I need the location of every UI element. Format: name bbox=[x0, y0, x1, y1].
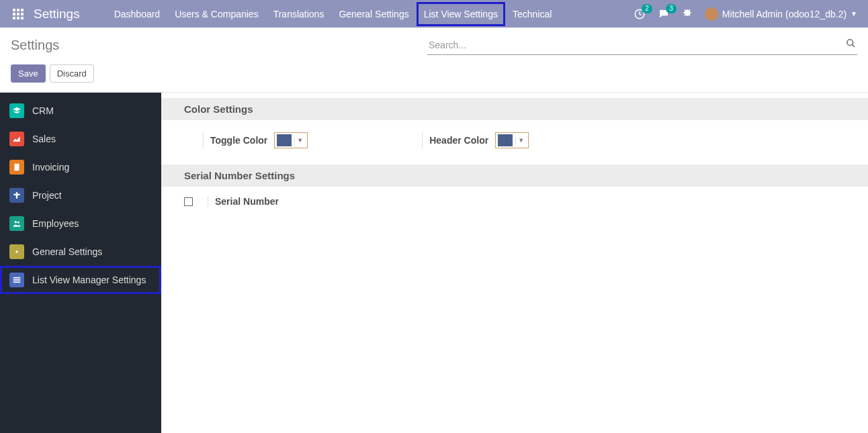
messages-badge: 3 bbox=[666, 4, 677, 13]
sidebar-item-project[interactable]: Project bbox=[0, 181, 161, 209]
sidebar-item-invoicing[interactable]: Invoicing bbox=[0, 153, 161, 181]
sidebar-item-general-settings[interactable]: General Settings bbox=[0, 238, 161, 266]
toggle-color-swatch bbox=[277, 134, 292, 146]
search-icon[interactable] bbox=[846, 38, 856, 50]
svg-rect-18 bbox=[13, 281, 21, 283]
body-layout: CRM Sales Invoicing Project Employees Ge… bbox=[0, 93, 868, 433]
section-header-color-settings: Color Settings bbox=[161, 98, 868, 120]
page-title: Settings bbox=[11, 38, 59, 53]
header-color-swatch bbox=[498, 134, 513, 146]
header-color-field: Header Color ▼ bbox=[422, 132, 529, 148]
menu-technical[interactable]: Technical bbox=[505, 2, 559, 26]
header-color-label: Header Color bbox=[429, 135, 488, 146]
menu-translations[interactable]: Translations bbox=[266, 2, 332, 26]
save-button[interactable]: Save bbox=[11, 64, 46, 83]
sidebar-item-label: List View Manager Settings bbox=[32, 275, 146, 285]
crm-icon bbox=[9, 103, 24, 118]
apps-launcher-icon[interactable] bbox=[11, 7, 26, 21]
debug-icon[interactable] bbox=[682, 7, 693, 20]
settings-content: Color Settings Toggle Color ▼ Header Col… bbox=[161, 93, 868, 433]
sidebar-item-label: Invoicing bbox=[32, 162, 69, 173]
top-navbar: Settings Dashboard Users & Companies Tra… bbox=[0, 0, 868, 28]
user-menu[interactable]: Mitchell Admin (odoo12_db.2) ▼ bbox=[705, 7, 857, 21]
section-header-serial-number: Serial Number Settings bbox=[161, 164, 868, 187]
sidebar-item-list-view-manager[interactable]: List View Manager Settings bbox=[0, 266, 161, 294]
serial-number-label: Serial Number bbox=[215, 196, 279, 207]
svg-rect-2 bbox=[21, 9, 24, 11]
menu-general-settings[interactable]: General Settings bbox=[331, 2, 416, 26]
user-name-label: Mitchell Admin (odoo12_db.2) bbox=[722, 9, 847, 19]
sidebar-item-label: Sales bbox=[32, 134, 56, 144]
sidebar-item-label: General Settings bbox=[32, 246, 102, 257]
navbar-menu: Dashboard Users & Companies Translations… bbox=[107, 2, 560, 26]
settings-sidebar: CRM Sales Invoicing Project Employees Ge… bbox=[0, 93, 161, 433]
search-container bbox=[427, 36, 857, 55]
sales-icon bbox=[9, 132, 24, 146]
sidebar-item-label: Employees bbox=[32, 218, 79, 229]
menu-users-companies[interactable]: Users & Companies bbox=[167, 2, 266, 26]
svg-rect-4 bbox=[17, 13, 19, 15]
search-input[interactable] bbox=[427, 36, 857, 55]
sidebar-item-employees[interactable]: Employees bbox=[0, 209, 161, 238]
sidebar-item-label: Project bbox=[32, 190, 62, 201]
svg-point-15 bbox=[15, 250, 18, 253]
serial-number-checkbox[interactable] bbox=[184, 197, 193, 206]
svg-rect-1 bbox=[17, 9, 19, 11]
color-settings-body: Toggle Color ▼ Header Color ▼ bbox=[161, 120, 868, 164]
toggle-color-field: Toggle Color ▼ bbox=[203, 132, 308, 148]
menu-dashboard[interactable]: Dashboard bbox=[107, 2, 168, 26]
dropdown-caret-icon: ▼ bbox=[294, 137, 305, 144]
project-icon bbox=[9, 188, 24, 203]
control-panel-buttons: Save Discard bbox=[11, 64, 94, 83]
discard-button[interactable]: Discard bbox=[50, 64, 94, 83]
svg-point-14 bbox=[17, 222, 19, 224]
svg-rect-3 bbox=[13, 13, 15, 15]
dropdown-caret-icon: ▼ bbox=[515, 137, 526, 144]
svg-point-13 bbox=[15, 221, 17, 224]
svg-rect-17 bbox=[13, 279, 21, 281]
messages-icon[interactable]: 3 bbox=[658, 8, 670, 20]
svg-point-10 bbox=[847, 40, 853, 46]
svg-rect-7 bbox=[17, 17, 19, 19]
caret-down-icon: ▼ bbox=[851, 10, 857, 17]
user-avatar-icon bbox=[705, 7, 718, 21]
list-view-icon bbox=[9, 273, 24, 287]
control-panel: Settings Save Discard bbox=[0, 28, 868, 93]
svg-rect-8 bbox=[21, 17, 24, 19]
app-brand-title: Settings bbox=[34, 7, 80, 21]
menu-list-view-settings[interactable]: List View Settings bbox=[417, 2, 505, 26]
svg-rect-12 bbox=[15, 164, 19, 171]
svg-rect-0 bbox=[13, 9, 15, 11]
svg-line-11 bbox=[853, 45, 855, 47]
svg-rect-5 bbox=[21, 13, 24, 15]
serial-number-body: Serial Number bbox=[161, 187, 868, 223]
gear-icon bbox=[9, 244, 24, 259]
activities-badge: 2 bbox=[642, 4, 652, 13]
toggle-color-picker[interactable]: ▼ bbox=[274, 132, 308, 148]
svg-rect-16 bbox=[13, 277, 21, 279]
svg-rect-6 bbox=[13, 17, 15, 19]
sidebar-item-label: CRM bbox=[32, 105, 54, 116]
invoicing-icon bbox=[9, 160, 24, 175]
activities-icon[interactable]: 2 bbox=[634, 8, 646, 20]
toggle-color-label: Toggle Color bbox=[210, 135, 267, 146]
employees-icon bbox=[9, 216, 24, 231]
navbar-right: 2 3 Mitchell Admin (odoo12_db.2) ▼ bbox=[634, 7, 857, 21]
sidebar-item-crm[interactable]: CRM bbox=[0, 97, 161, 125]
sidebar-item-sales[interactable]: Sales bbox=[0, 125, 161, 153]
header-color-picker[interactable]: ▼ bbox=[495, 132, 529, 148]
